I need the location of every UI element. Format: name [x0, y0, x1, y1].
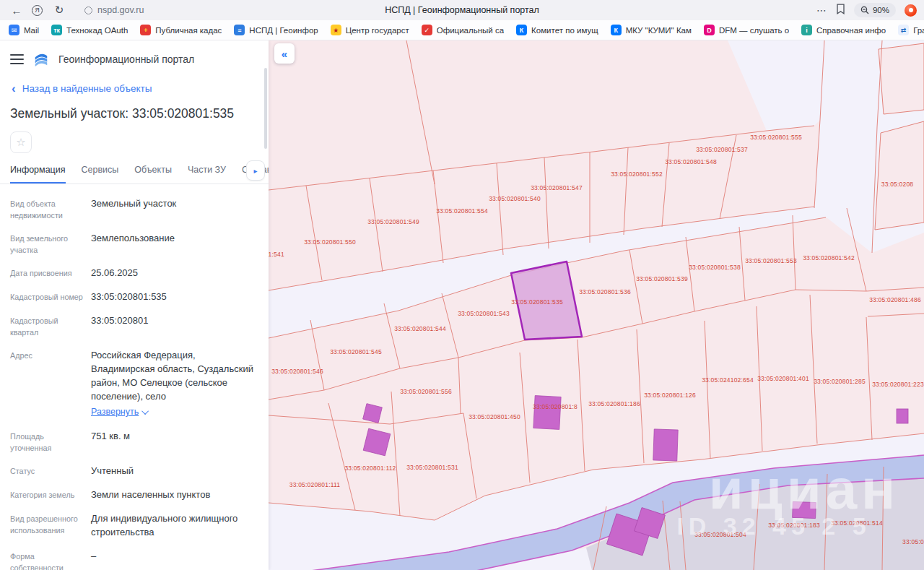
- attribute-row: Кадастровый квартал33:05:020801: [10, 314, 257, 338]
- parcel-label: 33:05:0: [902, 538, 924, 545]
- watermark: ицианID 32 45 2 5: [676, 457, 899, 540]
- bookmark-favicon: ★: [331, 25, 341, 35]
- parcel-label: 33:05:020801:538: [689, 264, 741, 271]
- bookmark-item[interactable]: ✉Mail: [9, 25, 39, 35]
- parcel-label: 33:05:020801:537: [696, 146, 748, 153]
- parcel-label: 33:05:020801:540: [489, 195, 541, 202]
- zoom-out-icon: [860, 6, 869, 14]
- attribute-list: Вид объекта недвижимостиЗемельный участо…: [0, 184, 269, 570]
- bookmark-item[interactable]: DDFM — слушать о: [704, 25, 789, 35]
- attribute-value: Для индивидуального жилищного строительс…: [91, 511, 257, 539]
- tabs-scroll-right-button[interactable]: ▸: [246, 160, 265, 181]
- attribute-value: Российская Федерация, Владимирская облас…: [91, 348, 257, 419]
- bookmark-favicon: ≡: [234, 25, 245, 35]
- tab-объекты[interactable]: Объекты: [134, 165, 172, 183]
- parcel-label: 33:05:020801:536: [579, 288, 631, 295]
- bookmark-item[interactable]: ≡НСПД | Геоинфор: [234, 25, 318, 35]
- parcel-label: 33:05:020801:486: [869, 296, 921, 303]
- back-link[interactable]: ‹ Назад в найденные объекты: [0, 74, 269, 94]
- bookmark-item[interactable]: +Публичная кадас: [140, 25, 222, 35]
- attribute-label: Статус: [10, 464, 91, 478]
- bookmark-favicon: ✓: [422, 25, 432, 35]
- expand-address-link[interactable]: Развернуть: [91, 405, 139, 419]
- chevron-down-icon: [141, 407, 149, 415]
- attribute-value: –: [91, 549, 257, 570]
- attribute-value: Земельный участок: [91, 197, 257, 221]
- parcel-label: 33:05:0208: [881, 181, 914, 188]
- parcel-label: 33:05:020801:112: [344, 465, 396, 472]
- bookmark-favicon: К: [611, 25, 622, 35]
- bookmark-label: Справочная инфо: [816, 26, 886, 35]
- favorite-star-button[interactable]: ☆: [10, 131, 32, 153]
- attribute-row: Вид земельного участкаЗемлепользование: [10, 231, 257, 256]
- bookmark-item[interactable]: КМКУ "КУМИ" Кам: [611, 25, 692, 35]
- parcel-label: 33:05:020801:552: [611, 170, 663, 178]
- attribute-value: 33:05:020801:535: [91, 290, 257, 303]
- bookmark-label: НСПД | Геоинфор: [249, 26, 318, 35]
- tab-части-зу[interactable]: Части ЗУ: [188, 165, 226, 183]
- bookmark-favicon: ✉: [9, 25, 19, 35]
- watermark-text: ициан: [709, 457, 899, 521]
- attribute-row: Кадастровый номер33:05:020801:535: [10, 290, 257, 303]
- portal-logo-icon: [33, 51, 49, 67]
- bookmark-label: Публичная кадас: [155, 26, 222, 35]
- parcel-label: 33:05:020801:542: [803, 254, 855, 262]
- bookmark-item[interactable]: ⇄График выездов г: [898, 25, 924, 35]
- parcel-label: 33:05:020801:555: [750, 134, 802, 141]
- parcel-label: 33:05:020801:285: [814, 378, 866, 385]
- attribute-label: Форма собственности: [10, 549, 91, 570]
- back-nav-icon[interactable]: ←: [7, 4, 26, 17]
- bookmark-item[interactable]: iСправочная инфо: [801, 25, 886, 35]
- parcel-right-edge: [875, 121, 924, 230]
- parcel-label: 33:05:020801:541: [269, 251, 284, 258]
- panel-scrollbar[interactable]: [264, 68, 267, 149]
- parcel-label: 33:05:020801:450: [468, 413, 520, 420]
- parcel-label: 33:05:020801:556: [400, 388, 452, 395]
- tabs-bar: ИнформацияСервисыОбъектыЧасти ЗУСостав▸: [0, 153, 269, 184]
- site-icon: [84, 7, 92, 14]
- more-menu-icon[interactable]: ⋯: [816, 4, 827, 16]
- bookmark-item[interactable]: ✓Официальный са: [422, 25, 504, 35]
- object-title: Земельный участок: 33:05:020801:535: [0, 94, 269, 121]
- bookmark-label: Технокад OAuth: [66, 26, 128, 35]
- address-bar[interactable]: nspd.gov.ru: [84, 5, 144, 15]
- attribute-label: Вид разрешенного использования: [10, 511, 91, 539]
- attribute-value: 751 кв. м: [91, 429, 257, 454]
- attribute-row: Вид разрешенного использованияДля индиви…: [10, 511, 257, 539]
- bookmark-favicon: i: [801, 25, 812, 35]
- bookmark-item[interactable]: ткТехнокад OAuth: [51, 25, 128, 35]
- bookmark-favicon: тк: [51, 25, 62, 35]
- browser-toolbar: ← Я ↻ nspd.gov.ru НСПД | Геоинформационн…: [0, 0, 924, 20]
- building: [533, 396, 561, 430]
- refresh-icon[interactable]: ↻: [50, 4, 69, 17]
- attribute-label: Кадастровый квартал: [10, 314, 91, 338]
- parcel-label: 33:05:020801:546: [271, 368, 323, 375]
- app-title: Геоинформационный портал: [58, 53, 194, 65]
- zoom-control[interactable]: 90%: [854, 3, 896, 17]
- parcel-label: 33:05:020801:543: [458, 310, 510, 317]
- profile-icon[interactable]: Я: [32, 5, 43, 16]
- bookmark-flag-icon[interactable]: [836, 4, 845, 17]
- watermark-text: ID 32 45 2 5: [676, 512, 871, 540]
- bookmark-favicon: D: [704, 25, 715, 35]
- menu-icon[interactable]: [10, 54, 24, 64]
- parcel-label: 33:05:020801:547: [531, 184, 583, 191]
- panel-header: Геоинформационный портал: [0, 40, 269, 74]
- parcel-label: 33:05:020801:111: [289, 481, 341, 488]
- parcel-label: 33:05:020801:550: [304, 238, 356, 246]
- bookmark-label: Комитет по имущ: [531, 26, 598, 35]
- tab-информация[interactable]: Информация: [10, 165, 66, 183]
- url-text[interactable]: nspd.gov.ru: [97, 5, 144, 15]
- tab-сервисы[interactable]: Сервисы: [82, 165, 119, 183]
- attribute-label: Вид объекта недвижимости: [10, 197, 91, 221]
- bookmark-item[interactable]: ККомитет по имущ: [516, 25, 598, 35]
- map-canvas[interactable]: 33:05:020801:55533:05:020801:53733:05:02…: [269, 40, 924, 570]
- bookmark-item[interactable]: ★Центр государст: [331, 25, 409, 35]
- attribute-row: Вид объекта недвижимостиЗемельный участо…: [10, 197, 257, 221]
- attribute-value: 25.06.2025: [91, 266, 257, 280]
- assistant-icon[interactable]: [905, 4, 917, 17]
- parcel-label: 33:05:020801:126: [644, 392, 696, 399]
- attribute-label: Адрес: [10, 348, 91, 419]
- bookmark-label: МКУ "КУМИ" Кам: [626, 26, 692, 35]
- collapse-panel-button[interactable]: «: [274, 43, 295, 64]
